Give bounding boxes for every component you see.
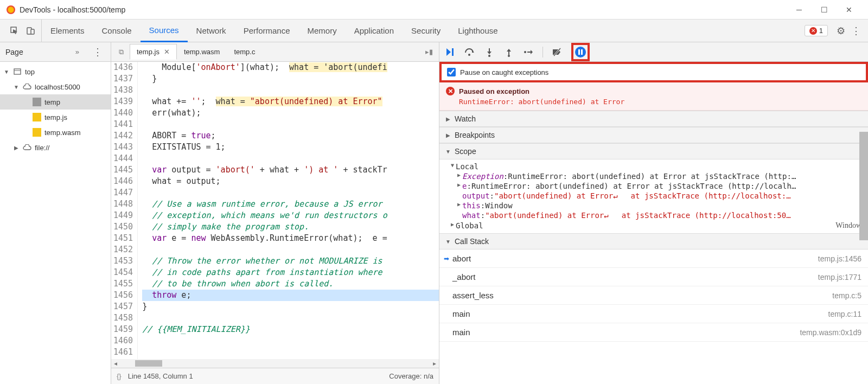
stack-frame-assert_less[interactable]: assert_lesstemp.c:5 xyxy=(439,286,868,305)
stack-frame-main[interactable]: maintemp.wasm:0x1d9 xyxy=(439,323,868,342)
breakpoints-section-header[interactable]: ▶Breakpoints xyxy=(439,127,868,143)
tab-console[interactable]: Console xyxy=(93,20,141,42)
tab-performance[interactable]: Performance xyxy=(235,20,299,42)
exception-icon: ✕ xyxy=(446,87,455,95)
pretty-print-icon[interactable]: {} xyxy=(117,372,122,380)
stack-frame-main[interactable]: maintemp.c:11 xyxy=(439,305,868,323)
file-tree: ▼top▼localhost:5000temptemp.jstemp.wasm▶… xyxy=(0,62,111,157)
run-snippet-icon[interactable]: ▸▮ xyxy=(423,48,436,56)
resume-button[interactable] xyxy=(445,47,456,57)
scope-global-row[interactable]: ▶GlobalWindow xyxy=(439,220,868,231)
scope-var-what[interactable]: what: "abort(undefined) at Error↵ at jsS… xyxy=(439,210,868,220)
svg-point-6 xyxy=(468,54,470,56)
exception-message: RuntimeError: abort(undefined) at Error xyxy=(446,98,861,106)
tree-item-file---[interactable]: ▶file:// xyxy=(0,140,111,155)
svg-point-8 xyxy=(488,55,490,57)
pause-on-caught-checkbox[interactable] xyxy=(447,68,456,76)
tab-lighthouse[interactable]: Lighthouse xyxy=(449,20,506,42)
svg-point-10 xyxy=(508,55,510,57)
watch-section-header[interactable]: ▶Watch xyxy=(439,111,868,127)
svg-rect-3 xyxy=(14,69,21,74)
file-tab-temp-c[interactable]: temp.c xyxy=(227,44,262,60)
cloud-icon xyxy=(23,143,31,152)
inspect-element-icon[interactable] xyxy=(10,26,20,36)
navigator-overflow-icon[interactable]: » xyxy=(75,48,79,56)
debugger-toolbar xyxy=(439,42,868,62)
scope-var-output[interactable]: output: "abort(undefined) at Error↵ at j… xyxy=(439,191,868,201)
error-count: 1 xyxy=(819,27,823,35)
error-icon: ✕ xyxy=(809,27,817,35)
tab-network[interactable]: Network xyxy=(188,20,235,42)
tree-item-localhost-5000[interactable]: ▼localhost:5000 xyxy=(0,79,111,94)
cursor-position: Line 1458, Column 1 xyxy=(128,372,193,380)
scope-body: ▼Local ▶Exception: RuntimeError: abort(u… xyxy=(439,159,868,233)
step-button[interactable] xyxy=(523,47,534,57)
pause-on-caught-row[interactable]: Pause on caught exceptions xyxy=(439,62,868,82)
tree-item-temp-wasm[interactable]: temp.wasm xyxy=(0,125,111,140)
svg-rect-2 xyxy=(31,29,34,34)
navigator-panel: Page » ⋮ ▼top▼localhost:5000temptemp.jst… xyxy=(0,42,111,384)
frame-icon xyxy=(13,67,22,76)
stack-frame-abort[interactable]: aborttemp.js:1456 xyxy=(439,249,868,268)
devtools-tabsbar: ElementsConsoleSourcesNetworkPerformance… xyxy=(0,20,868,42)
tab-security[interactable]: Security xyxy=(403,20,449,42)
svg-rect-15 xyxy=(578,49,580,55)
svg-rect-5 xyxy=(452,48,454,56)
file-tab-strip: ⧉ temp.js✕temp.wasmtemp.c ▸▮ xyxy=(111,42,439,62)
svg-point-14 xyxy=(575,47,586,57)
deactivate-breakpoints-button[interactable] xyxy=(552,47,563,57)
tree-item-temp[interactable]: temp xyxy=(0,94,111,110)
error-count-badge[interactable]: ✕ 1 xyxy=(805,25,828,36)
code-panel: ⧉ temp.js✕temp.wasmtemp.c ▸▮ 14361437143… xyxy=(111,42,439,384)
close-tab-icon[interactable]: ✕ xyxy=(164,48,170,56)
editor-statusbar: {} Line 1458, Column 1 Coverage: n/a xyxy=(111,368,439,384)
file-tab-temp-wasm[interactable]: temp.wasm xyxy=(177,44,227,60)
tab-sources[interactable]: Sources xyxy=(141,20,188,42)
source-editor[interactable]: 1436143714381439144014411442144314441445… xyxy=(111,62,439,368)
window-title: DevTools - localhost:5000/temp xyxy=(20,5,787,14)
tab-memory[interactable]: Memory xyxy=(299,20,346,42)
close-window-button[interactable]: ✕ xyxy=(837,1,861,18)
device-toolbar-icon[interactable] xyxy=(26,26,36,36)
scope-var-e[interactable]: ▶e: RuntimeError: abort(undefined) at Er… xyxy=(439,181,868,191)
stack-frame-_abort[interactable]: _aborttemp.js:1771 xyxy=(439,268,868,286)
step-over-button[interactable] xyxy=(464,47,475,57)
minimize-button[interactable]: ─ xyxy=(787,1,812,18)
scope-var-Exception[interactable]: ▶Exception: RuntimeError: abort(undefine… xyxy=(439,171,868,181)
navigator-menu-icon[interactable]: ⋮ xyxy=(90,46,105,58)
scope-section-header[interactable]: ▼Scope xyxy=(439,143,868,159)
paused-exception-box: ✕Paused on exception RuntimeError: abort… xyxy=(439,82,868,111)
pause-on-caught-label: Pause on caught exceptions xyxy=(460,68,548,76)
vertical-scrollbar[interactable] xyxy=(859,132,868,240)
exception-title: Paused on exception xyxy=(459,87,529,95)
tab-application[interactable]: Application xyxy=(346,20,403,42)
file-tab-temp-js[interactable]: temp.js✕ xyxy=(130,44,177,60)
svg-point-11 xyxy=(524,51,526,53)
maximize-button[interactable]: ☐ xyxy=(812,1,837,18)
file-history-back-icon[interactable]: ⧉ xyxy=(114,48,127,56)
tree-item-top[interactable]: ▼top xyxy=(0,64,111,79)
scope-local-header[interactable]: ▼Local xyxy=(439,162,868,171)
doc-icon xyxy=(33,98,41,106)
horizontal-scrollbar[interactable]: ◂▸ xyxy=(111,359,439,368)
tab-elements[interactable]: Elements xyxy=(42,20,93,42)
pause-on-exceptions-button[interactable] xyxy=(571,43,590,61)
settings-gear-icon[interactable]: ⚙ xyxy=(833,25,848,37)
scope-var-this[interactable]: ▶this: Window xyxy=(439,201,868,210)
js-icon xyxy=(33,128,41,137)
coverage-status: Coverage: n/a xyxy=(389,372,433,380)
debugger-panel: Pause on caught exceptions ✕Paused on ex… xyxy=(439,42,868,384)
tree-item-temp-js[interactable]: temp.js xyxy=(0,110,111,125)
callstack-section-header[interactable]: ▼Call Stack xyxy=(439,233,868,249)
js-icon xyxy=(33,113,41,121)
step-into-button[interactable] xyxy=(484,47,495,57)
navigator-label: Page xyxy=(5,48,75,56)
cloud-icon xyxy=(23,82,31,91)
more-menu-icon[interactable]: ⋮ xyxy=(848,25,864,37)
svg-rect-16 xyxy=(581,49,583,55)
devtools-favicon xyxy=(7,5,15,14)
step-out-button[interactable] xyxy=(503,47,514,57)
window-titlebar: DevTools - localhost:5000/temp ─ ☐ ✕ xyxy=(0,0,868,20)
